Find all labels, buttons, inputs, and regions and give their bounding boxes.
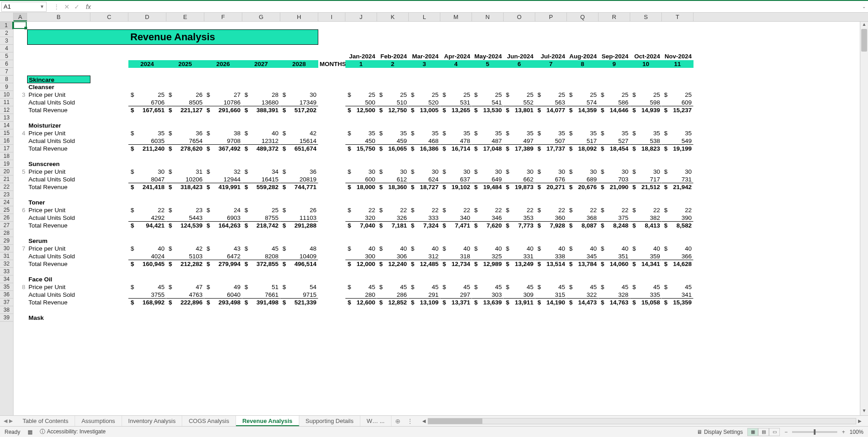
accessibility-status[interactable]: ⓘAccessibility: Investigate xyxy=(40,428,106,436)
col-header-K[interactable]: K xyxy=(377,13,409,21)
tabs-menu-icon[interactable]: ⋮ xyxy=(404,418,416,425)
confirm-icon[interactable]: ✓ xyxy=(74,3,80,10)
cells-area[interactable]: Revenue AnalysisJan-2024Feb-2024Mar-2024… xyxy=(14,22,860,415)
row-header-32[interactable]: 32 xyxy=(0,260,13,268)
tab-next-icon[interactable]: ▶ xyxy=(9,418,13,424)
row-header-16[interactable]: 16 xyxy=(0,137,13,145)
macro-icon[interactable]: ▦ xyxy=(28,429,33,435)
row-header-14[interactable]: 14 xyxy=(0,122,13,129)
scrollbar-thumb[interactable] xyxy=(861,29,867,52)
formula-dropdown-icon[interactable]: ⋮ xyxy=(53,3,60,10)
zoom-level[interactable]: 100% xyxy=(849,429,863,435)
row-header-34[interactable]: 34 xyxy=(0,276,13,283)
zoom-in-button[interactable]: + xyxy=(842,429,845,435)
month-header-3: Apr-2024 xyxy=(440,52,472,60)
col-header-M[interactable]: M xyxy=(440,13,472,21)
row-header-37[interactable]: 37 xyxy=(0,299,13,306)
col-header-L[interactable]: L xyxy=(409,13,440,21)
row-header-2[interactable]: 2 xyxy=(0,29,13,37)
view-normal-button[interactable]: ▦ xyxy=(747,428,758,436)
row-header-13[interactable]: 13 xyxy=(0,114,13,122)
add-sheet-icon[interactable]: ⊕ xyxy=(392,418,404,425)
vertical-scrollbar[interactable]: ▲ ▼ xyxy=(860,22,868,415)
col-header-B[interactable]: B xyxy=(27,13,90,21)
col-header-F[interactable]: F xyxy=(204,13,242,21)
row-header-28[interactable]: 28 xyxy=(0,229,13,237)
col-header-D[interactable]: D xyxy=(128,13,166,21)
row-header-23[interactable]: 23 xyxy=(0,191,13,199)
row-header-27[interactable]: 27 xyxy=(0,222,13,229)
tab-inventory-analysis[interactable]: Inventory Analysis xyxy=(122,416,183,426)
scroll-up-icon[interactable]: ▲ xyxy=(860,22,868,29)
row-header-33[interactable]: 33 xyxy=(0,268,13,276)
tab-supporting-details[interactable]: Supporting Details xyxy=(299,416,360,426)
col-header-R[interactable]: R xyxy=(599,13,630,21)
row-header-25[interactable]: 25 xyxy=(0,206,13,214)
row-header-22[interactable]: 22 xyxy=(0,183,13,191)
horizontal-scrollbar[interactable]: ◀ ▶ xyxy=(420,418,863,424)
col-header-Q[interactable]: Q xyxy=(567,13,599,21)
col-header-O[interactable]: O xyxy=(504,13,535,21)
tab-cogs-analysis[interactable]: COGS Analysis xyxy=(182,416,236,426)
col-header-H[interactable]: H xyxy=(280,13,318,21)
row-header-39[interactable]: 39 xyxy=(0,314,13,322)
row-header-19[interactable]: 19 xyxy=(0,160,13,168)
hscroll-right-icon[interactable]: ▶ xyxy=(856,418,863,423)
row-header-20[interactable]: 20 xyxy=(0,168,13,176)
row-header-4[interactable]: 4 xyxy=(0,45,13,52)
row-header-21[interactable]: 21 xyxy=(0,176,13,183)
row-header-29[interactable]: 29 xyxy=(0,237,13,245)
tab-w-[interactable]: W… ... xyxy=(360,416,392,426)
row-header-17[interactable]: 17 xyxy=(0,145,13,152)
row-header-38[interactable]: 38 xyxy=(0,306,13,314)
row-header-3[interactable]: 3 xyxy=(0,37,13,45)
col-header-J[interactable]: J xyxy=(345,13,377,21)
formula-expand-icon[interactable]: ⌄ xyxy=(860,4,868,9)
col-header-C[interactable]: C xyxy=(90,13,128,21)
col-header-T[interactable]: T xyxy=(662,13,693,21)
row-header-9[interactable]: 9 xyxy=(0,83,13,91)
fx-icon[interactable]: fx xyxy=(86,3,91,10)
zoom-out-button[interactable]: − xyxy=(784,429,788,435)
row-header-36[interactable]: 36 xyxy=(0,291,13,299)
row-header-7[interactable]: 7 xyxy=(0,68,13,76)
row-header-10[interactable]: 10 xyxy=(0,91,13,99)
units-label: Actual Units Sold xyxy=(27,252,90,260)
cancel-icon[interactable]: ✕ xyxy=(64,3,70,10)
scroll-down-icon[interactable]: ▼ xyxy=(860,408,868,415)
view-page-layout-button[interactable]: ▤ xyxy=(758,428,769,436)
tab-revenue-analysis[interactable]: Revenue Analysis xyxy=(236,416,299,426)
row-header-31[interactable]: 31 xyxy=(0,252,13,260)
row-header-12[interactable]: 12 xyxy=(0,106,13,114)
col-header-P[interactable]: P xyxy=(535,13,567,21)
row-header-1[interactable]: 1 xyxy=(0,22,13,29)
row-header-18[interactable]: 18 xyxy=(0,152,13,160)
row-header-6[interactable]: 6 xyxy=(0,60,13,68)
col-header-E[interactable]: E xyxy=(166,13,204,21)
name-box[interactable]: A1 ▼ xyxy=(1,2,47,12)
col-header-N[interactable]: N xyxy=(472,13,504,21)
row-header-26[interactable]: 26 xyxy=(0,214,13,222)
col-header-S[interactable]: S xyxy=(630,13,662,21)
col-header-A[interactable]: A xyxy=(14,13,27,21)
row-header-35[interactable]: 35 xyxy=(0,283,13,291)
row-header-5[interactable]: 5 xyxy=(0,52,13,60)
hscroll-thumb[interactable] xyxy=(428,418,482,424)
formula-input[interactable] xyxy=(96,2,860,12)
row-header-15[interactable]: 15 xyxy=(0,129,13,137)
display-settings[interactable]: 🖥Display Settings xyxy=(697,429,743,435)
tab-table-of-contents[interactable]: Table of Contents xyxy=(16,416,75,426)
select-all-corner[interactable] xyxy=(0,13,14,21)
row-header-8[interactable]: 8 xyxy=(0,76,13,83)
tab-assumptions[interactable]: Assumptions xyxy=(75,416,122,426)
tab-prev-icon[interactable]: ◀ xyxy=(4,418,7,424)
col-header-G[interactable]: G xyxy=(242,13,280,21)
hscroll-left-icon[interactable]: ◀ xyxy=(420,418,428,423)
col-header-I[interactable]: I xyxy=(318,13,345,21)
row-header-11[interactable]: 11 xyxy=(0,99,13,106)
row-header-24[interactable]: 24 xyxy=(0,199,13,206)
row-header-30[interactable]: 30 xyxy=(0,245,13,252)
view-page-break-button[interactable]: ▭ xyxy=(769,428,780,436)
zoom-slider[interactable] xyxy=(792,431,837,433)
name-box-dropdown-icon[interactable]: ▼ xyxy=(40,4,44,9)
